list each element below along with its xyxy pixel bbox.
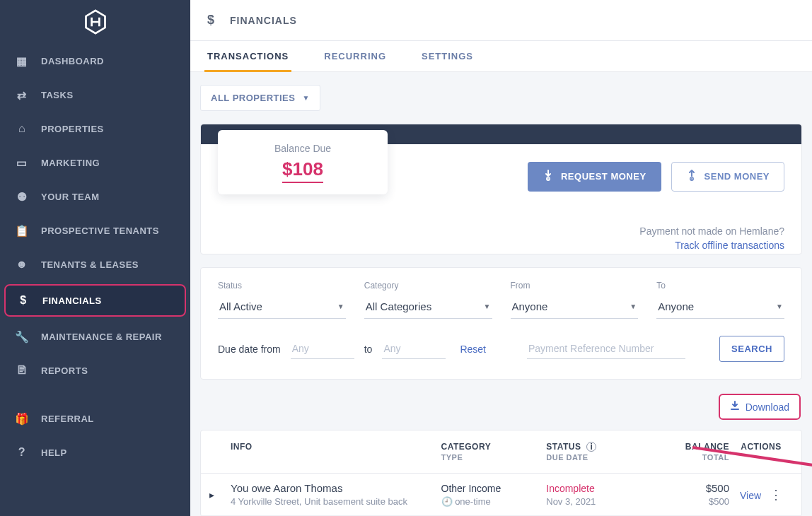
main: $ FINANCIALS TRANSACTIONS RECURRING SETT…	[190, 0, 812, 516]
properties-filter-label: ALL PROPERTIES	[211, 93, 295, 103]
properties-filter[interactable]: ALL PROPERTIES ▼	[200, 85, 320, 111]
request-money-label: REQUEST MONEY	[561, 171, 646, 182]
sidebar-item-label: TENANTS & LEASES	[41, 259, 139, 270]
clipboard-icon: 📋	[16, 224, 28, 237]
row-due-date: Nov 3, 2021	[546, 496, 651, 507]
caret-down-icon: ▼	[484, 303, 491, 310]
from-select[interactable]: Anyone ▼	[511, 296, 639, 319]
search-button[interactable]: SEARCH	[719, 336, 784, 362]
logo	[0, 0, 190, 44]
th-actions: ACTIONS	[741, 442, 782, 452]
sidebar-item-label: TASKS	[41, 90, 74, 100]
balance-panel: Balance Due $108 $ REQUEST MONEY $	[200, 124, 802, 254]
content: ALL PROPERTIES ▼ Balance Due $108 $ REQU…	[190, 72, 812, 516]
th-balance-sub: TOTAL	[651, 453, 729, 462]
offline-note: Payment not made on Hemlane?	[639, 225, 784, 237]
tasks-icon: ⇄	[16, 88, 28, 101]
team-icon: ⚉	[16, 190, 28, 203]
send-money-label: SEND MONEY	[704, 171, 770, 182]
th-category-sub: TYPE	[441, 453, 547, 462]
sidebar-item-label: HELP	[41, 447, 67, 458]
page-title: FINANCIALS	[230, 15, 297, 26]
from-label: From	[511, 281, 639, 291]
sidebar-item-tasks[interactable]: ⇄ TASKS	[0, 78, 190, 112]
table-header: INFO CATEGORY TYPE STATUS i DUE DATE BAL…	[201, 430, 801, 474]
caret-down-icon: ▼	[630, 303, 637, 310]
download-label: Download	[746, 401, 789, 413]
row-menu-icon[interactable]: ⋮	[770, 488, 782, 502]
due-to-input[interactable]	[382, 339, 446, 359]
sidebar-item-financials[interactable]: $ FINANCIALS	[4, 284, 186, 317]
send-money-button[interactable]: $ SEND MONEY	[671, 162, 784, 192]
sidebar-item-marketing[interactable]: ▭ MARKETING	[0, 146, 190, 180]
to-select[interactable]: Anyone ▼	[656, 296, 784, 319]
sidebar-item-prospective-tenants[interactable]: 📋 PROSPECTIVE TENANTS	[0, 213, 190, 247]
caret-down-icon: ▼	[337, 303, 344, 310]
balance-amount[interactable]: $108	[282, 158, 323, 183]
sidebar-item-label: PROPERTIES	[41, 124, 104, 134]
transactions-table: INFO CATEGORY TYPE STATUS i DUE DATE BAL…	[200, 430, 802, 516]
tab-recurring[interactable]: RECURRING	[324, 41, 386, 71]
tab-settings[interactable]: SETTINGS	[422, 41, 473, 71]
sidebar-item-your-team[interactable]: ⚉ YOUR TEAM	[0, 180, 190, 213]
sidebar-item-label: REFERRAL	[41, 414, 94, 424]
sidebar-item-label: FINANCIALS	[42, 295, 102, 306]
category-select[interactable]: All Categories ▼	[364, 296, 492, 319]
row-category: Other Income	[441, 483, 547, 494]
row-subtitle: 4 Yorkville Street, Unit basement suite …	[231, 496, 441, 507]
page-header: $ FINANCIALS	[190, 0, 812, 41]
sidebar-item-reports[interactable]: 🖹 REPORTS	[0, 353, 190, 387]
upload-money-icon: $	[686, 170, 697, 183]
tenants-icon: ☻	[16, 258, 28, 271]
expand-toggle[interactable]: ▸	[209, 489, 231, 500]
sidebar: ▦ DASHBOARD ⇄ TASKS ⌂ PROPERTIES ▭ MARKE…	[0, 0, 190, 516]
request-money-button[interactable]: $ REQUEST MONEY	[528, 162, 661, 192]
track-offline-link[interactable]: Track offline transactions	[218, 240, 784, 251]
status-select[interactable]: All Active ▼	[218, 296, 346, 319]
table-row[interactable]: ▸ You owe Aaron Thomas 4 Yorkville Stree…	[201, 474, 801, 516]
svg-text:$: $	[690, 177, 692, 181]
sidebar-item-dashboard[interactable]: ▦ DASHBOARD	[0, 44, 190, 78]
payment-ref-input[interactable]	[527, 339, 685, 359]
th-status-sub: DUE DATE	[546, 453, 651, 462]
due-to-label: to	[364, 344, 373, 355]
reset-link[interactable]: Reset	[460, 344, 486, 355]
due-from-input[interactable]	[291, 339, 354, 359]
to-value: Anyone	[658, 300, 694, 312]
dollar-icon: $	[207, 13, 221, 28]
category-value: All Categories	[366, 300, 431, 312]
tabs: TRANSACTIONS RECURRING SETTINGS	[190, 41, 812, 72]
download-money-icon: $	[543, 170, 554, 183]
sidebar-item-referral[interactable]: 🎁 REFERRAL	[0, 401, 190, 435]
th-info: INFO	[231, 442, 253, 452]
th-status: STATUS	[546, 442, 581, 452]
sidebar-item-label: YOUR TEAM	[41, 192, 100, 202]
sidebar-item-label: MAINTENANCE & REPAIR	[41, 332, 162, 342]
help-icon: ?	[16, 446, 28, 459]
tab-transactions[interactable]: TRANSACTIONS	[207, 41, 289, 71]
info-icon[interactable]: i	[586, 442, 596, 452]
view-link[interactable]: View	[740, 490, 761, 501]
sidebar-item-tenants-leases[interactable]: ☻ TENANTS & LEASES	[0, 247, 190, 281]
caret-down-icon: ▼	[302, 94, 309, 102]
row-title: You owe Aaron Thomas	[231, 482, 441, 494]
due-from-label: Due date from	[218, 344, 281, 355]
to-label: To	[656, 281, 784, 291]
sidebar-item-properties[interactable]: ⌂ PROPERTIES	[0, 112, 190, 146]
dollar-icon: $	[17, 294, 30, 307]
row-type: one-time	[455, 496, 491, 507]
download-button[interactable]: Download	[719, 394, 801, 420]
home-icon: ⌂	[16, 122, 28, 135]
sidebar-item-label: PROSPECTIVE TENANTS	[41, 225, 159, 236]
row-total: $500	[651, 496, 729, 507]
sidebar-item-label: MARKETING	[41, 158, 100, 168]
th-category: CATEGORY	[441, 442, 492, 452]
row-balance: $500	[651, 482, 729, 494]
caret-down-icon: ▼	[776, 303, 783, 310]
reports-icon: 🖹	[16, 364, 28, 377]
category-label: Category	[364, 281, 492, 291]
sidebar-item-maintenance[interactable]: 🔧 MAINTENANCE & REPAIR	[0, 319, 190, 353]
clock-icon: 🕘	[441, 496, 453, 507]
sidebar-item-label: REPORTS	[41, 365, 88, 376]
sidebar-item-help[interactable]: ? HELP	[0, 435, 190, 469]
